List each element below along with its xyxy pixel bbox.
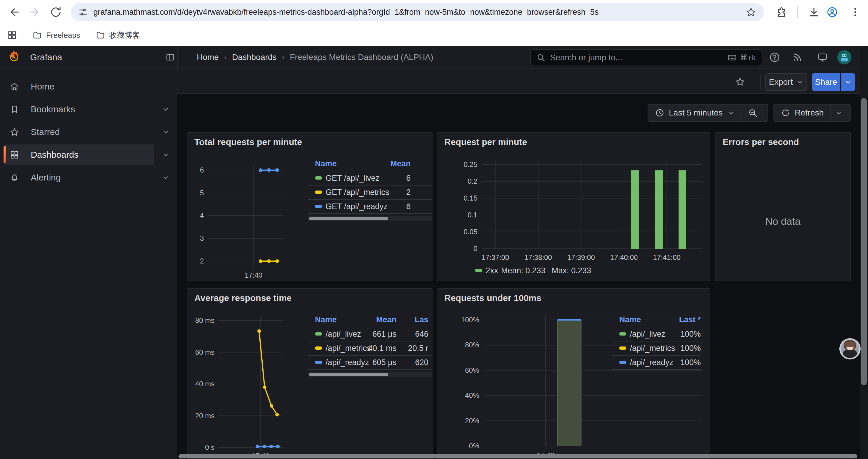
svg-text:GET /api/_readyz: GET /api/_readyz xyxy=(326,202,388,211)
apps-icon[interactable] xyxy=(7,30,17,40)
sidebar-item-dashboards[interactable]: Dashboards xyxy=(0,144,177,166)
help-icon[interactable] xyxy=(769,52,780,63)
chart-request-per-minute: 0.250.20.150.10.05017:37:0017:38:0017:39… xyxy=(437,133,710,281)
share-dropdown-button[interactable] xyxy=(841,73,855,91)
menu-icon[interactable] xyxy=(850,6,861,18)
panel-toggle-icon[interactable] xyxy=(165,53,175,62)
svg-text:6: 6 xyxy=(406,202,411,211)
favorite-star-icon[interactable] xyxy=(735,77,745,87)
svg-text:100%: 100% xyxy=(680,358,701,367)
toolbar-separator xyxy=(761,75,761,89)
panel-title[interactable]: Average response time xyxy=(194,293,291,303)
active-item-background xyxy=(4,144,154,165)
svg-text:40 ms: 40 ms xyxy=(195,380,215,388)
chart-requests-under-100ms: 100%80%60%40%20%0%17:40NameLast */api/_l… xyxy=(437,289,710,459)
svg-text:/api/_readyz: /api/_readyz xyxy=(630,358,673,367)
search-input[interactable] xyxy=(550,53,723,62)
legend-row[interactable]: /api/_readyz100% xyxy=(619,358,701,367)
legend-row[interactable]: GET /api/_metrics2 xyxy=(315,188,411,197)
svg-text:6: 6 xyxy=(200,166,204,174)
legend-row[interactable]: /api/_livez100% xyxy=(619,330,701,338)
chevron-down-icon xyxy=(162,174,169,181)
sidebar-item-starred[interactable]: Starred xyxy=(0,121,177,143)
download-icon[interactable] xyxy=(808,6,819,18)
monitor-icon[interactable] xyxy=(817,52,828,63)
breadcrumb-home[interactable]: Home xyxy=(197,53,219,62)
group-separator xyxy=(742,104,742,121)
bookmark-star-icon[interactable] xyxy=(746,7,756,18)
zoom-out-icon[interactable] xyxy=(748,108,757,118)
svg-text:0.05: 0.05 xyxy=(464,228,477,236)
legend-row[interactable]: /api/_livez661 µs646 xyxy=(315,330,428,338)
svg-text:0%: 0% xyxy=(469,442,479,450)
svg-text:/api/_readyz: /api/_readyz xyxy=(326,358,369,367)
rss-icon[interactable] xyxy=(792,52,802,63)
sidebar-item-home[interactable]: Home xyxy=(0,76,177,97)
svg-text:0.1: 0.1 xyxy=(468,211,477,219)
svg-text:/api/_livez: /api/_livez xyxy=(630,330,665,338)
url-bar[interactable] xyxy=(71,3,764,21)
svg-text:Name: Name xyxy=(315,315,337,324)
chevron-down-icon xyxy=(728,109,735,116)
svg-text:80%: 80% xyxy=(465,341,479,349)
legend-row[interactable]: /api/_metrics40.1 ms20.5 r xyxy=(315,344,428,353)
panel-title[interactable]: Errors per second xyxy=(723,137,799,147)
forward-icon[interactable] xyxy=(29,6,40,18)
grafana-logo[interactable] xyxy=(8,50,21,64)
site-settings-icon[interactable] xyxy=(78,7,88,17)
legend-row[interactable]: GET /api/_readyz6 xyxy=(315,202,411,211)
toolbar-divider xyxy=(797,6,798,18)
vertical-scrollbar-thumb[interactable] xyxy=(861,98,867,385)
back-icon[interactable] xyxy=(9,6,20,18)
sidebar-item-label: Alerting xyxy=(31,167,61,189)
chart-average-response-time: 80 ms60 ms40 ms20 ms0 s17:40NameMeanLas/… xyxy=(187,289,432,459)
chevron-down-icon[interactable] xyxy=(836,109,842,116)
legend-row[interactable]: GET /api/_livez6 xyxy=(315,174,411,183)
svg-text:100%: 100% xyxy=(680,330,701,338)
sidebar-item-label: Starred xyxy=(31,121,60,143)
panel-title[interactable]: Requests under 100ms xyxy=(444,293,541,303)
dashboard-toolbar xyxy=(177,68,860,94)
url-input[interactable] xyxy=(93,8,746,17)
legend-scrollbar[interactable] xyxy=(308,216,432,221)
panel-requests-under-100ms: 100%80%60%40%20%0%17:40NameLast */api/_l… xyxy=(437,288,710,459)
active-item-indicator xyxy=(4,146,6,163)
legend-table: NameLast */api/_livez100%/api/_metrics10… xyxy=(612,315,701,369)
svg-text:0.2: 0.2 xyxy=(468,177,477,185)
horizontal-scrollbar-thumb[interactable] xyxy=(179,454,857,458)
svg-text:0.15: 0.15 xyxy=(464,194,477,202)
export-button[interactable]: Export xyxy=(765,73,807,91)
reload-icon[interactable] xyxy=(50,6,61,18)
series-GET-api-metrics xyxy=(259,259,279,263)
legend-inline[interactable]: 2xxMean: 0.233Max: 0.233 xyxy=(475,266,591,275)
svg-text:3: 3 xyxy=(200,234,204,242)
bookmark-item[interactable]: 收藏博客 xyxy=(96,30,140,40)
search-box[interactable]: ⌘+k xyxy=(530,49,762,66)
series-color-pill xyxy=(315,361,322,364)
svg-text:/api/_metrics: /api/_metrics xyxy=(630,344,675,353)
user-avatar[interactable] xyxy=(837,50,851,64)
extensions-icon[interactable] xyxy=(776,6,787,18)
sidebar-item-bookmarks[interactable]: Bookmarks xyxy=(0,98,177,120)
legend-row[interactable]: /api/_metrics100% xyxy=(619,344,701,353)
panel-title[interactable]: Request per minute xyxy=(444,137,527,147)
vertical-scrollbar[interactable] xyxy=(860,46,868,459)
profile-icon[interactable] xyxy=(827,6,838,18)
legend-scrollbar[interactable] xyxy=(308,372,432,377)
breadcrumb-dashboards[interactable]: Dashboards xyxy=(232,53,277,62)
time-range-label[interactable]: Last 5 minutes xyxy=(669,108,723,118)
breadcrumb-separator: › xyxy=(224,53,227,62)
panel-title[interactable]: Total requests per minute xyxy=(194,137,302,147)
share-button[interactable]: Share xyxy=(812,73,840,91)
svg-text:GET /api/_metrics: GET /api/_metrics xyxy=(326,188,390,197)
floating-avatar[interactable] xyxy=(839,338,861,360)
legend-row[interactable]: /api/_readyz605 µs620 xyxy=(315,358,428,367)
bar xyxy=(655,170,663,249)
bookmark-item[interactable]: Freeleaps xyxy=(32,30,80,40)
refresh-label[interactable]: Refresh xyxy=(795,108,824,118)
sidebar-item-alerting[interactable]: Alerting xyxy=(0,167,177,189)
svg-text:Las: Las xyxy=(414,315,428,324)
svg-text:GET /api/_livez: GET /api/_livez xyxy=(326,174,380,183)
svg-text:17:40:00: 17:40:00 xyxy=(610,254,638,261)
chevron-down-icon xyxy=(162,152,169,158)
